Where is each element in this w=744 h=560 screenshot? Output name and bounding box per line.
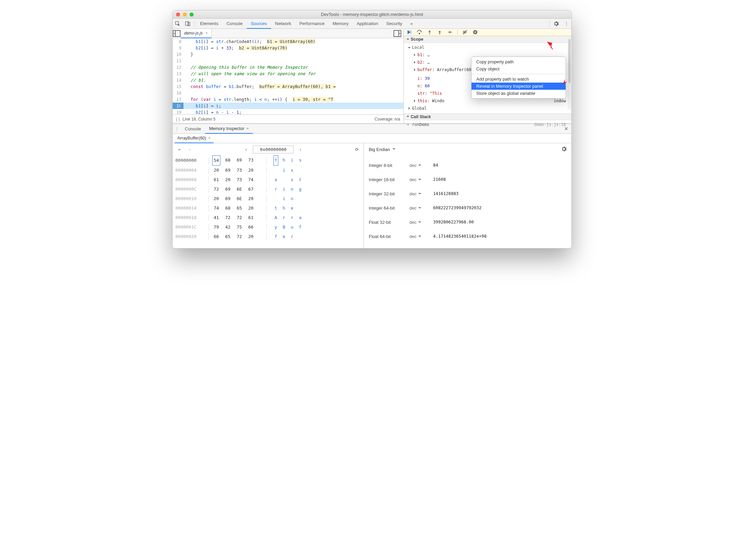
code-line[interactable]: 13 // will open the same view as for ope… — [173, 70, 403, 77]
run-snippet-icon[interactable] — [393, 29, 401, 38]
step-button[interactable] — [446, 29, 453, 36]
code-line[interactable]: 18 b1[i] = i; — [173, 103, 403, 109]
step-into-button[interactable] — [426, 29, 433, 36]
settings-gear-icon[interactable] — [552, 20, 560, 27]
value-interpreter: Big Endian Integer 8-bitdec84Integer 16-… — [364, 143, 571, 248]
context-menu-item[interactable]: Add property path to watch — [472, 76, 566, 83]
hex-row[interactable]: 0000000420697320 is — [175, 166, 361, 175]
mi-subtab-arraybuffer[interactable]: ArrayBuffer(60) × — [175, 134, 214, 143]
file-tab-label: demo-js.js — [184, 31, 203, 35]
address-input[interactable]: 0x00000000 — [253, 146, 293, 153]
interp-row: Integer 64-bitdec6082227239949792032 — [369, 201, 567, 215]
code-line[interactable]: 15 const buffer = b1.buffer; buffer = Ar… — [173, 83, 403, 90]
scope-global-header[interactable]: Global — [404, 105, 571, 112]
context-menu-item[interactable]: Store object as global variable — [472, 90, 566, 97]
annotation-arrow-1 — [546, 40, 557, 53]
prev-addr-icon[interactable]: ‹ — [243, 147, 249, 152]
svg-point-9 — [429, 34, 430, 35]
hex-row[interactable]: 0000001020696E20 in — [175, 194, 361, 203]
hex-row[interactable]: 0000000861207374a st — [175, 175, 361, 185]
file-tab-demo-js[interactable]: demo-js.js × — [181, 29, 212, 38]
svg-rect-7 — [411, 30, 411, 34]
context-menu-item[interactable]: Copy property path — [472, 58, 566, 65]
main-tab-network[interactable]: Network — [271, 19, 296, 28]
hex-row[interactable]: 0000001841727261Arra — [175, 213, 361, 222]
format-select[interactable]: dec — [409, 163, 433, 168]
svg-point-11 — [451, 32, 452, 33]
pause-on-exceptions-button[interactable] — [472, 29, 479, 36]
interp-row: Float 32-bitdec3992806227968.00 — [369, 215, 567, 229]
minimize-window-button[interactable] — [183, 13, 187, 17]
code-line[interactable]: 17 for (var i = str.length; i < n; ++i) … — [173, 96, 403, 103]
drawer-tab-memory-inspector[interactable]: Memory Inspector× — [205, 124, 253, 134]
zoom-window-button[interactable] — [190, 13, 194, 17]
deactivate-breakpoints-button[interactable] — [462, 29, 468, 36]
close-window-button[interactable] — [176, 13, 180, 17]
main-tab-application[interactable]: Application — [353, 19, 382, 28]
close-icon[interactable]: × — [208, 136, 211, 141]
main-menu-icon[interactable]: ⋮ — [563, 20, 570, 27]
code-line[interactable]: 11 — [173, 58, 403, 64]
step-over-button[interactable] — [416, 29, 423, 36]
window-title: DevTools - memory-inspector.glitch.me/de… — [173, 12, 571, 17]
interp-row: Integer 32-bitdec1416128883 — [369, 187, 567, 201]
undo-icon[interactable]: ↶ — [176, 147, 183, 152]
format-select[interactable]: dec — [409, 192, 433, 196]
endianness-select[interactable]: Big Endian — [369, 147, 395, 152]
hex-row[interactable]: 0000001474686520the — [175, 203, 361, 213]
device-toolbar-icon[interactable] — [184, 20, 192, 27]
navigator-toggle-icon[interactable] — [173, 29, 181, 38]
main-tab-memory[interactable]: Memory — [329, 19, 353, 28]
refresh-icon[interactable]: ⟳ — [353, 147, 360, 152]
code-line[interactable]: 19 b2[i] = n - i - 1; — [173, 109, 403, 114]
source-pane: demo-js.js × 8 b1[i] = str.charCodeAt(i)… — [173, 29, 404, 123]
resume-button[interactable] — [406, 29, 413, 36]
close-icon[interactable]: × — [246, 126, 249, 131]
step-out-button[interactable] — [436, 29, 443, 36]
interp-row: Integer 16-bitdec21608 — [369, 172, 567, 187]
titlebar: DevTools - memory-inspector.glitch.me/de… — [173, 10, 571, 19]
hex-row[interactable]: 0000000C72696E67ring — [175, 185, 361, 194]
next-addr-icon[interactable]: › — [297, 147, 304, 152]
format-select[interactable]: dec — [409, 177, 433, 182]
code-line[interactable]: 14 // b1. — [173, 77, 403, 83]
main-tab-sources[interactable]: Sources — [247, 19, 271, 29]
annotation-arrow-2 — [561, 74, 572, 87]
svg-point-8 — [419, 33, 420, 34]
code-line[interactable]: 10 } — [173, 51, 403, 58]
drawer-more-icon[interactable]: ⋮ — [173, 127, 181, 131]
context-menu-item[interactable]: Reveal in Memory Inspector panel — [472, 83, 566, 90]
hex-row[interactable]: 0000001C79427566yBuf — [175, 222, 361, 232]
main-tab-security[interactable]: Security — [382, 19, 406, 28]
hex-row[interactable]: 0000002066657220fer — [175, 232, 361, 241]
file-tab-close-icon[interactable]: × — [205, 31, 208, 35]
svg-point-13 — [473, 30, 477, 34]
format-select[interactable]: dec — [409, 220, 433, 224]
main-tab-elements[interactable]: Elements — [196, 19, 222, 28]
debugger-toolbar — [404, 29, 571, 36]
context-menu: Copy property pathCopy objectAdd propert… — [471, 57, 566, 99]
hex-viewer: ↶ ↷ ‹ 0x00000000 › ⟳ 0000000054686973Thi… — [173, 143, 364, 248]
callstack-header[interactable]: Call Stack — [404, 113, 571, 121]
hex-row[interactable]: 0000000054686973This — [175, 155, 361, 166]
format-select[interactable]: dec — [409, 206, 433, 210]
main-tab-console[interactable]: Console — [222, 19, 247, 28]
inspect-element-icon[interactable] — [174, 20, 181, 27]
code-editor[interactable]: 8 b1[i] = str.charCodeAt(i); b1 = Uint8A… — [173, 38, 403, 114]
redo-icon[interactable]: ↷ — [186, 147, 193, 152]
debugger-pane: Scope Local b1: … b2: … buffer: ArrayBuf… — [404, 29, 571, 123]
callstack-frame[interactable]: ➔ runDemo demo-js.js:18 — [404, 121, 571, 128]
drawer-tab-console[interactable]: Console — [181, 124, 205, 133]
code-line[interactable]: 8 b1[i] = str.charCodeAt(i); b1 = Uint8A… — [173, 38, 403, 45]
code-line[interactable]: 12 // Opening this buffer in the Memory … — [173, 64, 403, 70]
main-tab-performance[interactable]: Performance — [295, 19, 328, 28]
svg-rect-14 — [475, 31, 475, 33]
code-line[interactable]: 16 — [173, 90, 403, 96]
main-tab-more[interactable]: » — [406, 19, 417, 28]
format-select[interactable]: dec — [409, 234, 433, 239]
interpreter-settings-icon[interactable] — [561, 146, 567, 152]
code-line[interactable]: 9 b2[i] = i + 33; b2 = Uint8Array(70) — [173, 45, 403, 51]
pretty-print-icon[interactable]: { } — [176, 117, 180, 121]
traffic-lights — [176, 13, 194, 17]
context-menu-item[interactable]: Copy object — [472, 65, 566, 72]
